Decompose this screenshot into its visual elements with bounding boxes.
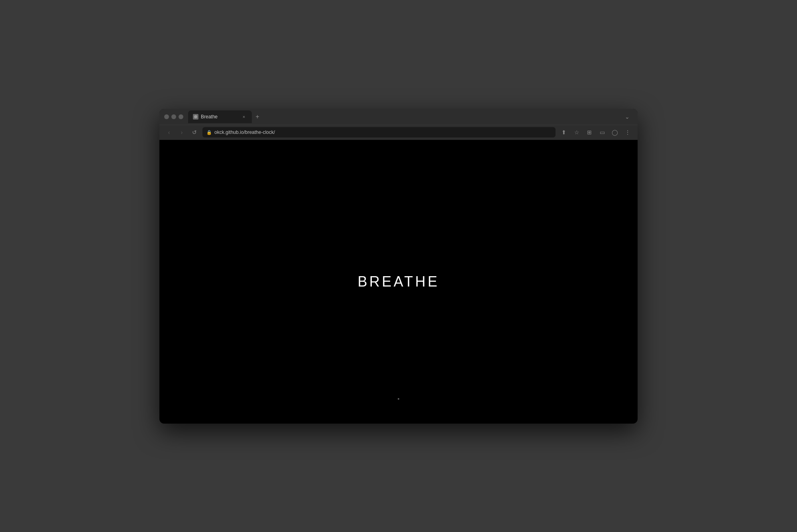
tab-dropdown-button[interactable]: ⌄ — [622, 111, 633, 122]
traffic-lights — [164, 114, 183, 119]
bookmarks-button[interactable]: ⊞ — [584, 127, 595, 137]
forward-icon: › — [181, 129, 183, 135]
profile-icon: ◯ — [612, 129, 618, 135]
browser-window: Breathe × + ⌄ ‹ › ↺ 🔒 okck.github.io/bre… — [159, 109, 638, 424]
share-button[interactable]: ⬆ — [559, 127, 569, 137]
active-tab[interactable]: Breathe × — [188, 110, 252, 123]
new-tab-button[interactable]: + — [252, 111, 263, 122]
tab-bar: Breathe × + ⌄ — [188, 110, 633, 123]
tab-label: Breathe — [201, 114, 238, 120]
maximize-button[interactable] — [179, 114, 183, 119]
dot-indicator — [398, 398, 399, 400]
reload-icon: ↺ — [192, 129, 197, 135]
lock-icon: 🔒 — [206, 130, 212, 135]
sidebar-icon: ▭ — [600, 129, 605, 135]
back-button[interactable]: ‹ — [164, 128, 174, 137]
back-icon: ‹ — [168, 129, 170, 135]
minimize-button[interactable] — [171, 114, 176, 119]
address-bar: ‹ › ↺ 🔒 okck.github.io/breathe-clock/ ⬆ … — [159, 125, 638, 140]
menu-icon: ⋮ — [625, 129, 630, 135]
title-bar: Breathe × + ⌄ — [159, 109, 638, 125]
share-icon: ⬆ — [561, 129, 566, 135]
toolbar-icons: ⬆ ☆ ⊞ ▭ ◯ ⋮ — [559, 127, 633, 137]
tab-favicon-icon — [193, 114, 198, 120]
breathe-text: BREATHE — [357, 273, 439, 290]
bookmark-icon: ☆ — [574, 129, 579, 135]
tab-close-button[interactable]: × — [241, 114, 247, 120]
bookmarks-icon: ⊞ — [587, 129, 592, 135]
bookmark-button[interactable]: ☆ — [571, 127, 582, 137]
close-button[interactable] — [164, 114, 169, 119]
menu-button[interactable]: ⋮ — [622, 127, 633, 137]
web-content[interactable]: BREATHE — [159, 140, 638, 424]
reload-button[interactable]: ↺ — [190, 128, 199, 137]
url-text: okck.github.io/breathe-clock/ — [214, 130, 552, 135]
sidebar-button[interactable]: ▭ — [597, 127, 607, 137]
profile-button[interactable]: ◯ — [610, 127, 620, 137]
url-bar[interactable]: 🔒 okck.github.io/breathe-clock/ — [202, 127, 556, 137]
forward-button[interactable]: › — [177, 128, 186, 137]
